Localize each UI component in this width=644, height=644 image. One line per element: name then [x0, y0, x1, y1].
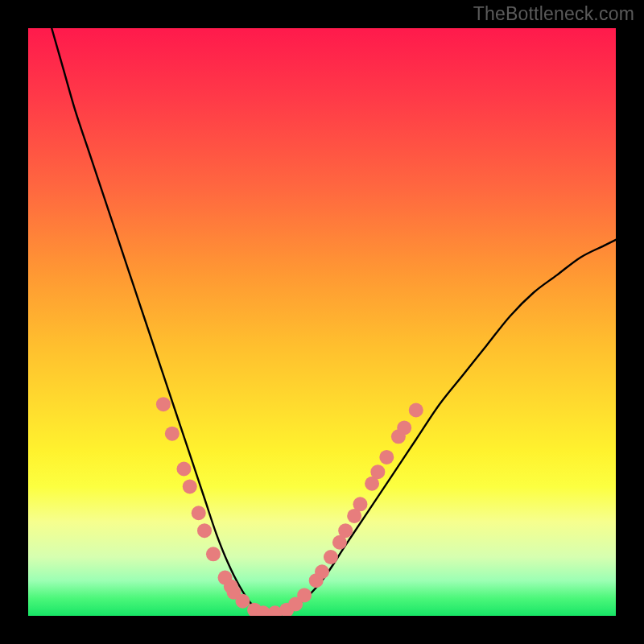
- curve-marker: [165, 427, 180, 441]
- curve-marker: [353, 497, 367, 511]
- curve-marker: [338, 523, 353, 538]
- curve-marker: [297, 588, 312, 602]
- curve-markers: [156, 397, 423, 616]
- curve-marker: [176, 462, 191, 477]
- watermark-text: TheBottleneck.com: [473, 3, 634, 25]
- curve-marker: [235, 594, 250, 609]
- curve-marker: [409, 403, 423, 418]
- curve-marker: [324, 550, 338, 564]
- curve-svg: [28, 28, 616, 616]
- curve-marker: [379, 450, 394, 464]
- curve-marker: [192, 506, 206, 520]
- curve-marker: [315, 564, 329, 579]
- plot-area: [28, 28, 616, 616]
- curve-marker: [197, 523, 212, 538]
- curve-marker: [397, 420, 411, 435]
- bottleneck-curve-path: [52, 28, 616, 614]
- curve-marker: [370, 464, 385, 479]
- chart-frame: TheBottleneck.com: [0, 0, 644, 644]
- curve-marker: [156, 397, 171, 411]
- curve-marker: [183, 479, 197, 493]
- curve-marker: [206, 547, 221, 561]
